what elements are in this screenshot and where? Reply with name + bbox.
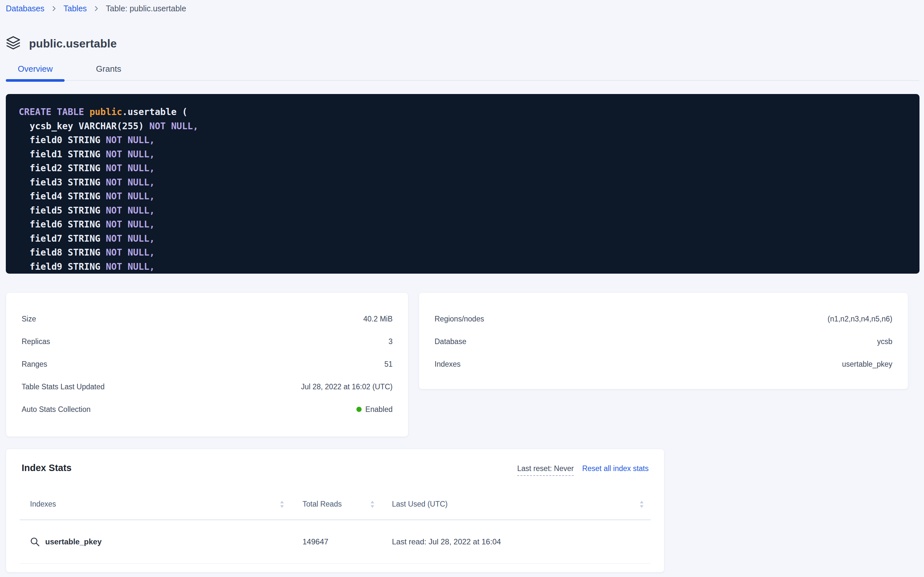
magnifier-icon (30, 537, 40, 547)
column-header-indexes[interactable]: Indexes (20, 500, 291, 509)
page-header: public.usertable (6, 35, 117, 52)
status-dot-icon (357, 407, 362, 412)
stat-label: Database (435, 337, 466, 346)
index-name[interactable]: usertable_pkey (45, 537, 102, 546)
sql-text: CREATE TABLE public.usertable ( ycsb_key… (19, 105, 906, 274)
sql-line: field5 STRING NOT NULL, (19, 203, 906, 218)
stat-row: Replicas3 (22, 330, 392, 353)
total-reads-value: 149647 (302, 537, 328, 546)
stat-label: Replicas (22, 337, 50, 346)
breadcrumb: Databases Tables Table: public.usertable (6, 4, 186, 13)
stat-label: Indexes (435, 360, 461, 369)
sql-line: field7 STRING NOT NULL, (19, 232, 906, 246)
table-layers-icon (6, 35, 21, 52)
table-detail-page: Databases Tables Table: public.usertable… (0, 0, 924, 577)
sql-line: field9 STRING NOT NULL, (19, 260, 906, 274)
stat-value: ycsb (877, 337, 892, 346)
sql-line: field2 STRING NOT NULL, (19, 161, 906, 176)
stat-row: Size40.2 MiB (22, 308, 392, 330)
stat-label: Auto Stats Collection (22, 405, 91, 414)
sort-icon[interactable] (280, 500, 284, 509)
sql-line: field3 STRING NOT NULL, (19, 176, 906, 190)
tab-bar: Overview Grants (6, 58, 919, 81)
sql-line: ycsb_key VARCHAR(255) NOT NULL, (19, 119, 906, 134)
stat-row: Auto Stats CollectionEnabled (22, 398, 392, 421)
column-header-label: Indexes (30, 500, 56, 509)
column-header-label: Last Used (UTC) (392, 500, 448, 509)
stat-value: 51 (384, 360, 392, 369)
chevron-right-icon (95, 6, 98, 11)
sort-icon[interactable] (370, 500, 375, 509)
stat-row: Ranges51 (22, 353, 392, 376)
index-name-cell[interactable]: usertable_pkey (30, 537, 102, 547)
page-title: public.usertable (29, 37, 117, 50)
index-stats-toolbar: Last reset: Never Reset all index stats (517, 464, 649, 476)
index-stats-table: IndexesTotal ReadsLast Used (UTC) userta… (20, 489, 651, 564)
table-summary-card: Size40.2 MiBReplicas3Ranges51Table Stats… (6, 292, 408, 437)
column-header-last-used-utc-[interactable]: Last Used (UTC) (380, 500, 651, 509)
stat-value: usertable_pkey (842, 360, 892, 369)
column-header-total-reads[interactable]: Total Reads (291, 500, 380, 509)
index-table-body: usertable_pkey149647Last read: Jul 28, 2… (20, 520, 651, 564)
sort-icon[interactable] (639, 500, 644, 509)
sql-line: CREATE TABLE public.usertable ( (19, 105, 906, 119)
index-stats-card: Index Stats Last reset: Never Reset all … (6, 449, 664, 572)
table-details-card: Regions/nodes(n1,n2,n3,n4,n5,n6)Database… (419, 292, 908, 389)
stat-label: Size (22, 315, 36, 323)
breadcrumb-tables[interactable]: Tables (64, 4, 87, 13)
chevron-right-icon (52, 6, 56, 11)
sql-line: field4 STRING NOT NULL, (19, 189, 906, 203)
tab-grants[interactable]: Grants (84, 58, 133, 80)
sql-line: field8 STRING NOT NULL, (19, 245, 906, 260)
breadcrumb-current-table: Table: public.usertable (106, 4, 186, 13)
last-reset-label: Last reset: Never (517, 464, 574, 476)
stat-label: Ranges (22, 360, 47, 369)
sql-line: field6 STRING NOT NULL, (19, 218, 906, 232)
index-stats-title: Index Stats (22, 463, 72, 473)
tab-overview[interactable]: Overview (6, 58, 64, 80)
index-stats-header: Index Stats Last reset: Never Reset all … (19, 463, 651, 476)
stat-label: Table Stats Last Updated (22, 382, 104, 391)
stat-value: Jul 28, 2022 at 16:02 (UTC) (301, 382, 392, 391)
sql-line: field0 STRING NOT NULL, (19, 133, 906, 147)
stat-row: Indexesusertable_pkey (435, 353, 892, 376)
stat-value: Enabled (357, 405, 392, 414)
stat-value: 40.2 MiB (363, 315, 392, 323)
index-table-row: usertable_pkey149647Last read: Jul 28, 2… (20, 520, 651, 564)
last-used-value: Last read: Jul 28, 2022 at 16:04 (392, 537, 501, 546)
stat-row: Table Stats Last UpdatedJul 28, 2022 at … (22, 376, 392, 398)
sql-line: field1 STRING NOT NULL, (19, 147, 906, 161)
stat-row: Databaseycsb (435, 330, 892, 353)
column-header-label: Total Reads (302, 500, 342, 509)
breadcrumb-databases[interactable]: Databases (6, 4, 45, 13)
reset-index-stats-link[interactable]: Reset all index stats (582, 464, 649, 473)
stat-label: Regions/nodes (435, 315, 484, 323)
stat-row: Regions/nodes(n1,n2,n3,n4,n5,n6) (435, 308, 892, 330)
index-table-header: IndexesTotal ReadsLast Used (UTC) (20, 489, 651, 520)
stat-value: 3 (388, 337, 392, 346)
sql-code-block[interactable]: CREATE TABLE public.usertable ( ycsb_key… (6, 94, 919, 274)
stat-value: (n1,n2,n3,n4,n5,n6) (828, 315, 892, 323)
